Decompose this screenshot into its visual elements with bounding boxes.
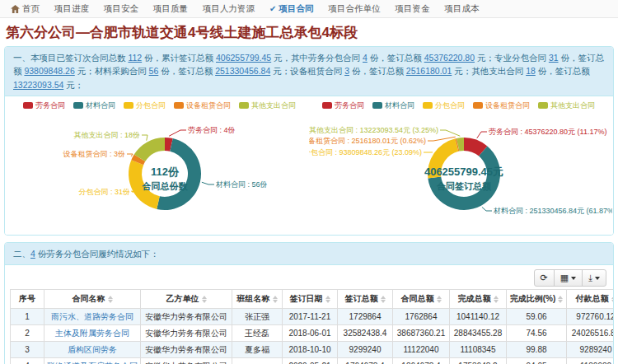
slice-label: 劳务合同 : 45376220.80元 (11.17%) <box>489 128 606 136</box>
table-cell: 972760.12 <box>567 309 615 325</box>
donut-chart: 劳务合同 : 45376220.80元 (11.17%)材料合同 : 25133… <box>309 111 612 233</box>
column-header[interactable]: 付款总额 <box>567 290 615 309</box>
contract-name-link[interactable]: 盾构区间劳务 <box>68 345 117 354</box>
table-row: 3盾构区间劳务安徽华力劳务有限公司夏多福2018-10-109299240111… <box>11 342 615 358</box>
donut-center-value: 112份 <box>151 166 180 178</box>
export-button[interactable]: ⤓ <box>582 269 606 287</box>
labor-section-heading: 二、4 份劳务分包合同履约情况如下： <box>5 243 613 265</box>
slice-label: 分包合同 : 31份 <box>78 188 130 196</box>
legend-marker <box>23 102 33 109</box>
contract-name-link[interactable]: 主体及附属劳务合同 <box>55 329 129 338</box>
summary-count-link[interactable]: 112 <box>128 53 142 63</box>
table-body: 1雨污水、道路劳务合同安徽华力劳务有限公司张正强2017-11-21172986… <box>11 309 615 364</box>
table-cell: 1180980 <box>567 358 615 364</box>
legend-item[interactable]: 材料合同 <box>73 100 115 111</box>
charts-panel-body: 劳务合同材料合同分包合同设备租赁合同其他支出合同劳务合同 : 4份材料合同 : … <box>5 96 613 235</box>
column-header[interactable]: 班组名称 <box>232 290 283 309</box>
donut-center-label: 合同总份数 <box>142 181 189 191</box>
legend-label: 分包合同 <box>435 100 465 111</box>
nav-item[interactable]: 项目人力资源 <box>195 1 262 17</box>
summary-text: 元；材料采购合同 <box>75 66 149 76</box>
legend-label: 分包合同 <box>136 100 166 111</box>
legend-item[interactable]: 其他支出合同 <box>538 100 595 111</box>
label-leader-line <box>127 154 133 156</box>
legend-marker <box>73 102 83 109</box>
table-cell: 1762864 <box>393 309 450 325</box>
summary-count-link[interactable]: 13223093.54 <box>13 80 63 90</box>
nav-item-label: 项目合作单位 <box>328 3 380 15</box>
check-icon: ✔ <box>269 4 276 13</box>
nav-item-label: 项目人力资源 <box>203 3 255 15</box>
legend-marker <box>372 102 382 109</box>
nav-item-label: 项目安全 <box>104 3 138 15</box>
nav-item[interactable]: 项目质量 <box>146 1 195 17</box>
column-header-label: 合同名称 <box>73 294 105 303</box>
column-header-label: 完成比例(%) <box>510 294 556 303</box>
table-cell: 盾构区间劳务 <box>44 342 141 358</box>
nav-item[interactable]: 项目进度 <box>47 1 96 17</box>
column-header[interactable]: 合同名称 <box>44 290 141 309</box>
summary-count-link[interactable]: 18 <box>526 66 536 76</box>
legend-item[interactable]: 设备租赁合同 <box>473 100 530 111</box>
nav-item[interactable]: 项目资金 <box>387 1 437 17</box>
legend-item[interactable]: 分包合同 <box>423 100 465 111</box>
column-header[interactable]: 签订日期 <box>283 290 338 309</box>
nav-item[interactable]: 首页 <box>3 1 47 17</box>
contract-name-link[interactable]: 联络通道及泵房劳务合同 <box>47 362 138 364</box>
column-header-label: 完成总额 <box>458 294 491 303</box>
contract-amount-chart: 劳务合同材料合同分包合同设备租赁合同其他支出合同劳务合同 : 45376220.… <box>309 98 608 233</box>
slice-label: 分包合同 : 93809848.26元 (23.09%) <box>309 148 422 156</box>
legend-item[interactable]: 其他支出合同 <box>239 100 296 111</box>
chart-legend: 劳务合同材料合同分包合同设备租赁合同其他支出合同 <box>309 98 608 111</box>
refresh-icon: ⟳ <box>541 273 548 283</box>
legend-item[interactable]: 材料合同 <box>372 100 414 111</box>
legend-item[interactable]: 分包合同 <box>124 100 166 111</box>
summary-count-link[interactable]: 2516180.01 <box>406 66 452 76</box>
nav-item[interactable]: 项目安全 <box>96 1 146 17</box>
columns-button[interactable]: ▦ <box>554 269 583 287</box>
table-cell: 94.05 <box>507 358 567 364</box>
summary-text: 份劳务分包合同履约情况如下： <box>35 249 159 259</box>
table-cell: 夏多福 <box>232 342 283 358</box>
table-cell: 2018-10-10 <box>283 342 338 358</box>
table-cell: 59.06 <box>507 309 567 325</box>
refresh-button[interactable]: ⟳ <box>534 269 555 287</box>
legend-item[interactable]: 劳务合同 <box>322 100 364 111</box>
table-cell: 99.88 <box>507 342 567 358</box>
sort-icon <box>437 296 442 303</box>
column-header[interactable]: 完成总额 <box>450 290 507 309</box>
legend-label: 劳务合同 <box>335 100 364 111</box>
summary-count-link[interactable]: 251330456.84 <box>215 66 270 76</box>
column-header[interactable]: 完成比例(%) <box>507 290 567 309</box>
table-cell: 24026516.81 <box>567 325 615 342</box>
legend-item[interactable]: 劳务合同 <box>23 100 65 111</box>
legend-label: 劳务合同 <box>35 100 65 111</box>
nav-item[interactable]: ✔项目合同 <box>262 1 321 17</box>
header-row: 序号合同名称乙方单位班组名称签订日期签订总额合同总额完成总额完成比例(%)付款总… <box>11 290 615 309</box>
table-cell: 28843455.28 <box>450 325 507 342</box>
summary-count-link[interactable]: 93809848.26 <box>24 66 74 76</box>
nav-item[interactable]: 项目合作单位 <box>321 1 387 17</box>
column-header: 序号 <box>11 290 44 309</box>
table-cell: 1764678.4 <box>338 358 393 364</box>
legend-item[interactable]: 设备租赁合同 <box>174 100 231 111</box>
table-cell: 11108345 <box>450 342 507 358</box>
summary-count-link[interactable]: 406255799.45 <box>216 53 271 63</box>
legend-marker <box>473 102 483 109</box>
donut-center-label: 合同签订总额 <box>436 181 492 192</box>
table-cell: 2 <box>11 325 44 342</box>
table-row: 4联络通道及泵房劳务合同安徽华力劳务有限公司2020-05-211764678.… <box>11 358 615 364</box>
chart-legend: 劳务合同材料合同分包合同设备租赁合同其他支出合同 <box>10 98 309 111</box>
column-header[interactable]: 签订总额 <box>338 290 393 309</box>
contract-name-link[interactable]: 雨污水、道路劳务合同 <box>51 312 133 321</box>
table-cell: 4 <box>11 358 44 364</box>
summary-count-link[interactable]: 31 <box>549 53 559 63</box>
legend-marker <box>174 102 184 109</box>
legend-label: 设备租赁合同 <box>186 100 231 111</box>
column-header[interactable]: 合同总额 <box>393 290 450 309</box>
nav-item[interactable]: 项目成本 <box>437 1 486 17</box>
column-header[interactable]: 乙方单位 <box>141 290 232 309</box>
table-cell: 安徽华力劳务有限公司 <box>141 325 232 342</box>
summary-count-link[interactable]: 56 <box>149 66 159 76</box>
summary-count-link[interactable]: 45376220.80 <box>424 53 475 63</box>
